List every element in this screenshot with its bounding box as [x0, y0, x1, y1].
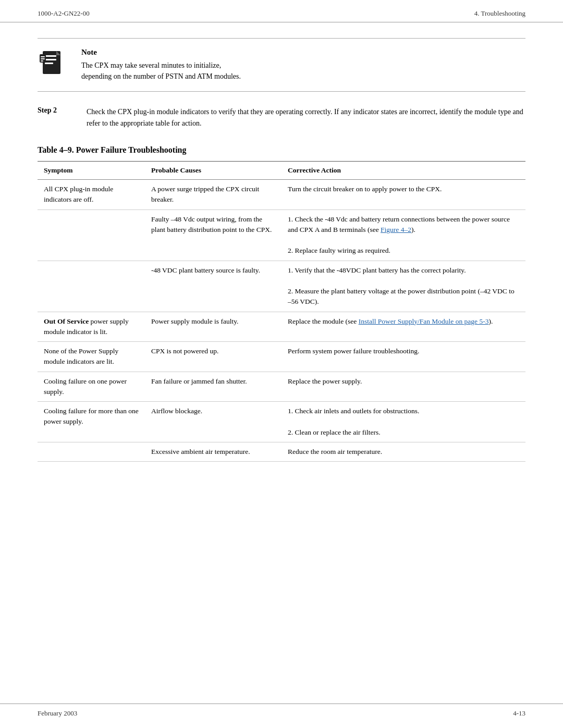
col-header-cause: Probable Causes	[145, 161, 282, 179]
page-container: 1000-A2-GN22-00 4. Troubleshooting	[0, 0, 563, 728]
table-heading: Table 4–9. Power Failure Troubleshooting	[38, 145, 525, 155]
action-cell: Reduce the room air temperature.	[282, 442, 525, 461]
header-section: 4. Troubleshooting	[474, 9, 525, 18]
table-row: -48 VDC plant battery source is faulty. …	[38, 261, 525, 312]
step-2-row: Step 2 Check the CPX plug-in module indi…	[38, 106, 525, 130]
figure-link[interactable]: Figure 4–2	[381, 226, 411, 233]
action-cell: 1. Check the -48 Vdc and battery return …	[282, 209, 525, 261]
power-failure-table: Symptom Probable Causes Corrective Actio…	[38, 161, 525, 462]
action-cell: Replace the module (see Install Power Su…	[282, 312, 525, 342]
symptom-cell	[38, 209, 145, 261]
cause-cell: -48 VDC plant battery source is faulty.	[145, 261, 282, 312]
cause-cell: Faulty –48 Vdc output wiring, from the p…	[145, 209, 282, 261]
table-row: Out Of Service power supply module indic…	[38, 312, 525, 342]
table-row: All CPX plug-in module indicators are of…	[38, 180, 525, 210]
symptom-cell	[38, 442, 145, 461]
step-2-text: Check the CPX plug-in module indicators …	[87, 106, 525, 130]
table-row: Excessive ambient air temperature. Reduc…	[38, 442, 525, 461]
header-doc-number: 1000-A2-GN22-00	[38, 9, 90, 18]
table-row: None of the Power Supply module indicato…	[38, 342, 525, 372]
action-cell: Perform system power failure troubleshoo…	[282, 342, 525, 372]
table-header-row: Symptom Probable Causes Corrective Actio…	[38, 161, 525, 179]
svg-rect-2	[45, 59, 56, 60]
symptom-cell: None of the Power Supply module indicato…	[38, 342, 145, 372]
footer-page: 4-13	[513, 709, 525, 718]
footer-date: February 2003	[38, 709, 77, 718]
table-row: Cooling failure on one power supply. Fan…	[38, 372, 525, 402]
svg-rect-3	[45, 63, 53, 64]
cause-cell: Power supply module is faulty.	[145, 312, 282, 342]
out-of-service-label: Out Of Service	[44, 317, 89, 325]
symptom-cell-out-of-service: Out Of Service power supply module indic…	[38, 312, 145, 342]
action-cell: Replace the power supply.	[282, 372, 525, 402]
page-header: 1000-A2-GN22-00 4. Troubleshooting	[0, 0, 563, 22]
main-content: Note The CPX may take several minutes to…	[0, 38, 563, 462]
symptom-cell	[38, 261, 145, 312]
action-cell: 1. Check air inlets and outlets for obst…	[282, 402, 525, 442]
note-text: The CPX may take several minutes to init…	[81, 60, 241, 82]
cause-cell: Excessive ambient air temperature.	[145, 442, 282, 461]
svg-rect-1	[45, 55, 56, 57]
svg-rect-7	[41, 56, 45, 57]
page-footer: February 2003 4-13	[0, 704, 563, 728]
cause-cell: Fan failure or jammed fan shutter.	[145, 372, 282, 402]
note-box: Note The CPX may take several minutes to…	[38, 38, 525, 92]
table-row: Cooling failure for more than one power …	[38, 402, 525, 442]
svg-rect-8	[41, 58, 45, 59]
cause-cell: A power surge tripped the CPX circuit br…	[145, 180, 282, 210]
action-cell: Turn the circuit breaker on to apply pow…	[282, 180, 525, 210]
col-header-symptom: Symptom	[38, 161, 145, 179]
col-header-action: Corrective Action	[282, 161, 525, 179]
action-cell: 1. Verify that the -48VDC plant battery …	[282, 261, 525, 312]
note-icon	[38, 49, 69, 76]
symptom-cell: Cooling failure for more than one power …	[38, 402, 145, 442]
svg-rect-9	[41, 60, 43, 61]
cause-cell: CPX is not powered up.	[145, 342, 282, 372]
symptom-cell: Cooling failure on one power supply.	[38, 372, 145, 402]
install-power-supply-link[interactable]: Install Power Supply/Fan Module on page …	[359, 317, 489, 325]
note-title: Note	[81, 48, 241, 57]
step-2-label: Step 2	[38, 106, 74, 130]
symptom-cell: All CPX plug-in module indicators are of…	[38, 180, 145, 210]
cause-cell: Airflow blockage.	[145, 402, 282, 442]
table-row: Faulty –48 Vdc output wiring, from the p…	[38, 209, 525, 261]
note-content: Note The CPX may take several minutes to…	[81, 48, 241, 82]
